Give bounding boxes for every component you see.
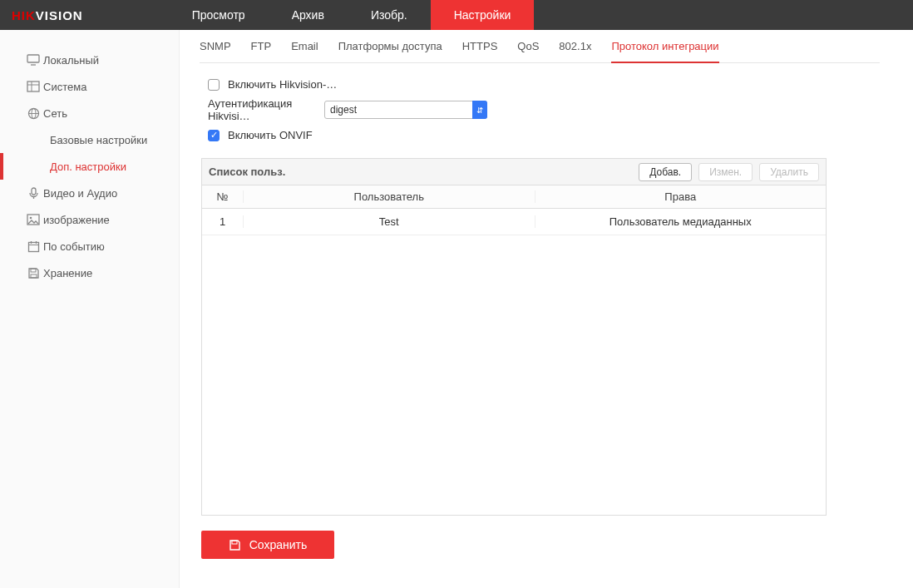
auth-select[interactable]: digest: [324, 101, 487, 119]
col-number: №: [202, 190, 244, 203]
logo: HIKVISION: [0, 0, 98, 30]
svg-rect-12: [28, 242, 38, 251]
sidebar-item-local[interactable]: Локальный: [0, 47, 179, 73]
tab-ftp[interactable]: FTP: [251, 40, 272, 57]
sidebar-item-system[interactable]: Система: [0, 73, 179, 100]
calendar-icon: [23, 240, 43, 253]
subtabs: SNMP FTP Email Платформы доступа HTTPS Q…: [200, 40, 880, 63]
auth-label: Аутентификация Hikvisi…: [208, 97, 324, 122]
panel-title: Список польз.: [209, 166, 285, 178]
sidebar-item-video-audio[interactable]: Видео и Аудио: [0, 180, 179, 206]
user-list-panel: Список польз. Добав. Измен. Удалить № По…: [201, 158, 827, 516]
nav-settings[interactable]: Настройки: [431, 0, 535, 30]
add-button[interactable]: Добав.: [639, 163, 692, 181]
sidebar-item-label: Хранение: [43, 267, 92, 279]
sidebar-item-label: Видео и Аудио: [43, 187, 117, 200]
sidebar-item-label: Доп. настройки: [50, 161, 126, 173]
save-icon: [23, 267, 43, 279]
table-row[interactable]: 1 Test Пользователь медиаданных: [202, 209, 826, 235]
table-header: № Пользователь Права: [202, 185, 826, 209]
cell-user: Test: [244, 215, 535, 228]
svg-rect-0: [27, 55, 39, 62]
tab-email[interactable]: Email: [291, 40, 318, 57]
table-body: 1 Test Пользователь медиаданных: [202, 209, 826, 515]
tab-integration[interactable]: Протокол интеграции: [611, 40, 718, 63]
content: SNMP FTP Email Платформы доступа HTTPS Q…: [180, 30, 913, 588]
sidebar-item-storage[interactable]: Хранение: [0, 259, 179, 286]
nav-image[interactable]: Изобр.: [348, 0, 431, 30]
chevron-updown-icon[interactable]: ⇵: [472, 101, 487, 119]
sidebar-item-image[interactable]: изображение: [0, 206, 179, 233]
delete-button[interactable]: Удалить: [759, 163, 819, 181]
sidebar-item-network[interactable]: Сеть: [0, 100, 179, 126]
tab-8021x[interactable]: 802.1x: [559, 40, 591, 57]
sidebar-item-label: По событию: [43, 240, 105, 253]
save-icon: [229, 539, 241, 551]
enable-hikvision-label: Включить Hikvision-…: [228, 78, 337, 91]
monitor-icon: [23, 54, 43, 66]
sidebar-item-label: Локальный: [43, 54, 99, 67]
col-user: Пользователь: [244, 190, 535, 203]
save-button[interactable]: Сохранить: [201, 531, 334, 559]
cell-number: 1: [202, 215, 244, 228]
topbar: HIKVISION Просмотр Архив Изобр. Настройк…: [0, 0, 913, 30]
logo-part1: HIK: [12, 8, 36, 22]
sidebar-item-advanced[interactable]: Доп. настройки: [0, 153, 179, 180]
logo-part2: VISION: [36, 8, 83, 22]
globe-icon: [23, 107, 43, 120]
svg-point-11: [30, 217, 32, 220]
tab-qos[interactable]: QoS: [517, 40, 539, 57]
mic-icon: [23, 187, 43, 200]
edit-button[interactable]: Измен.: [698, 163, 753, 181]
enable-onvif-checkbox[interactable]: ✓: [208, 130, 220, 141]
sidebar-item-label: Базовые настройки: [50, 134, 147, 146]
sidebar-item-label: Сеть: [43, 107, 67, 120]
tab-platform[interactable]: Платформы доступа: [338, 40, 442, 57]
sidebar-item-event[interactable]: По событию: [0, 233, 179, 259]
image-icon: [23, 214, 43, 225]
sidebar-item-label: изображение: [43, 214, 110, 226]
enable-hikvision-checkbox[interactable]: [208, 79, 220, 91]
tab-https[interactable]: HTTPS: [462, 40, 498, 57]
sidebar: Локальный Система Сеть Базовые настройки…: [0, 30, 180, 588]
tab-snmp[interactable]: SNMP: [200, 40, 231, 57]
svg-rect-8: [32, 188, 36, 195]
cell-rights: Пользователь медиаданных: [535, 215, 827, 228]
grid-icon: [23, 81, 43, 92]
save-label: Сохранить: [249, 538, 308, 551]
nav-archive[interactable]: Архив: [269, 0, 348, 30]
sidebar-item-label: Система: [43, 81, 86, 93]
sidebar-item-basic[interactable]: Базовые настройки: [0, 126, 179, 153]
col-rights: Права: [535, 190, 827, 203]
enable-onvif-label: Включить ONVIF: [228, 129, 313, 141]
nav-live[interactable]: Просмотр: [169, 0, 269, 30]
svg-rect-2: [27, 82, 39, 91]
